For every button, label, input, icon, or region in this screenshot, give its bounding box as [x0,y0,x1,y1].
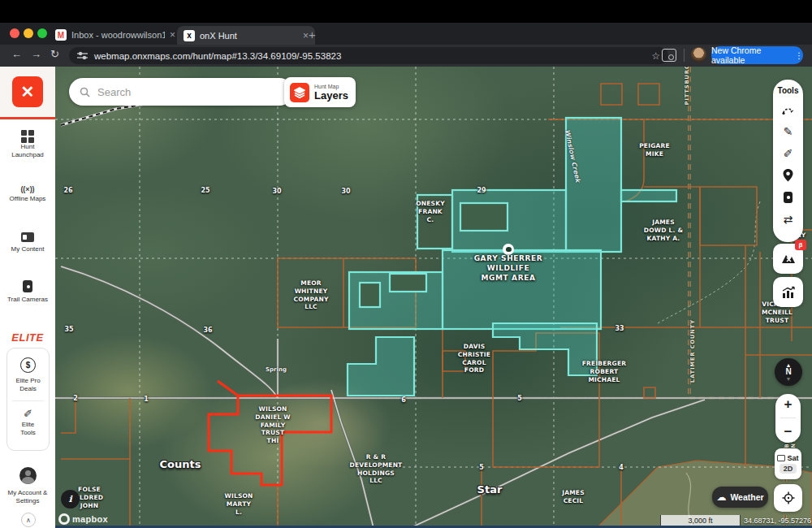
section-number: 25 [201,187,209,194]
county-label: PITTSBURG [684,67,690,105]
offline-map-beta-button[interactable]: β [773,244,803,274]
parcel-owner-label: WILSON MARTY L. [224,492,253,516]
forward-icon[interactable]: → [31,48,41,60]
section-number: 36 [203,327,212,334]
town-label: Star [477,483,503,496]
parcel-owner-label: WILSON DANIEL W FAMILY TRUST THI [255,405,290,445]
satellite-icon [777,455,785,461]
map-search-input[interactable]: Search [69,78,293,106]
trail-camera-icon [23,280,32,292]
profile-avatar[interactable] [691,47,706,63]
elite-pro-deals-item[interactable]: $ Elite Pro Deals [7,348,49,394]
parcel-owner-label: PEIGARE MIKE [639,142,670,158]
mapbox-logo-icon [58,513,70,525]
basemap-toggle-button[interactable]: Sat 2D [775,448,801,479]
map-fold-icon [780,253,797,266]
window-close-button[interactable] [10,28,19,38]
parcel-owner-label: R & R DEVELOPMENT HOLDINGS LLC [350,453,403,485]
section-number: 5 [517,395,522,402]
wma-area-label: GARY SHERRER WILDLIFE MGMT AREA [474,253,543,283]
location-pin-icon[interactable] [781,168,796,183]
compass-button[interactable]: ▲ N ▼ [775,358,802,386]
back-icon[interactable]: ← [11,48,22,60]
track-route-icon[interactable] [781,102,796,117]
offline-maps-icon: ((×)) [20,185,34,193]
tab-gmail[interactable]: M Inbox - woodrowwilson118@g × [50,25,180,45]
tab-close-icon[interactable]: × [170,29,175,41]
search-placeholder: Search [97,86,131,98]
town-label: Counts [160,458,201,470]
tab-close-icon[interactable]: × [303,30,309,41]
section-number: 29 [477,187,486,194]
tab-onx-hunt[interactable]: x onX Hunt × [177,26,315,45]
chrome-update-button[interactable]: New Chrome available ⋮ [711,46,803,64]
onx-favicon: x [184,30,195,41]
onx-logo-block[interactable]: ✕ [0,67,55,119]
south-arrow-icon: ▼ [786,376,792,382]
reload-icon[interactable]: ↻ [50,48,59,60]
section-number: 33 [615,325,624,332]
compare-layers-icon[interactable]: ⇄ [781,212,796,227]
kebab-menu-icon[interactable]: ⋮ [795,50,804,60]
zoom-control: + − [775,394,801,443]
section-number: 26 [63,187,72,194]
layers-kicker: Hunt Map [314,84,348,89]
sidebar-collapse-button[interactable]: ∧ [21,513,36,527]
tools-panel: Tools ✎ ✐ ⇄ [773,80,803,242]
beta-badge: β [795,240,806,250]
cursor-coordinates: 34.68731, -95.57276 [744,517,811,525]
bookmark-star-icon[interactable]: ☆ [651,50,660,62]
mode-2d-label: 2D [780,464,797,474]
search-icon [80,87,90,97]
draw-line-icon[interactable]: ✐ [781,146,796,161]
folder-icon [21,232,34,242]
locate-me-button[interactable] [774,484,802,512]
sidebar-item-trail-cameras[interactable]: Trail Cameras [0,280,55,304]
site-info-icon [77,51,88,60]
insights-chart-button[interactable] [773,277,803,307]
section-number: 30 [272,188,281,195]
zoom-out-button[interactable]: − [784,424,793,440]
county-boundary-line [689,67,785,528]
layers-button[interactable]: Hunt Map Layers [284,77,356,107]
mapbox-label: mapbox [72,514,108,524]
url-text: webmap.onxmaps.com/hunt/map#13.3/34.6910… [94,51,341,61]
spring-label: Spring [266,366,287,373]
mapbox-attribution[interactable]: mapbox [58,513,108,525]
layers-label: Layers [314,89,348,102]
section-number: 6 [401,396,406,404]
account-settings-label[interactable]: My Account & Settings [0,489,55,506]
window-zoom-button[interactable] [37,28,47,38]
section-number: 5 [479,464,484,471]
onx-logo-icon: ✕ [12,76,43,107]
map-info-button[interactable]: i [61,490,80,509]
sidebar-item-my-content[interactable]: My Content [0,231,55,253]
section-number: 35 [64,326,73,333]
tab-gmail-title: Inbox - woodrowwilson118@g [71,30,165,40]
elite-tools-item[interactable]: ✐ Elite Tools [12,400,44,438]
parcel-owner-label: DAVIS CHRISTIE CAROL FORD [458,343,490,374]
sat-label: Sat [787,454,798,462]
section-number: 4 [619,464,624,471]
account-avatar-icon[interactable] [19,467,37,484]
sidebar-item-hunt-launchpad[interactable]: Hunt Launchpad [0,124,55,160]
zoom-in-button[interactable]: + [784,396,793,413]
weather-button[interactable]: ☁ Weather [712,487,768,508]
parcel-owner-label: ONESKY FRANK C. [416,200,445,223]
waypoint-marker-icon[interactable]: ✎ [781,124,796,139]
address-bar[interactable]: webmap.onxmaps.com/hunt/map#13.3/34.6910… [69,47,668,64]
sidebar-item-offline-maps[interactable]: ((×)) Offline Maps [0,180,55,203]
section-number: 30 [341,188,350,195]
county-label: LATIMER COUNTY [689,319,696,383]
layers-icon [290,83,309,102]
parcel-owner-label: JAMES DOWD L. & KATHY A. [644,219,683,242]
parcel-owner-label: JAMES CECIL [562,489,585,505]
new-tab-button[interactable]: + [309,28,316,41]
tab-search-icon[interactable] [662,49,676,62]
window-minimize-button[interactable] [24,28,33,38]
trail-camera-tool-icon[interactable] [781,190,796,205]
cloud-icon: ☁ [716,491,726,503]
chart-icon [781,286,796,298]
tools-title: Tools [778,86,799,95]
map-canvas[interactable]: PEIGARE MIKE ONESKY FRANK C. JAMES DOWD … [55,67,812,528]
